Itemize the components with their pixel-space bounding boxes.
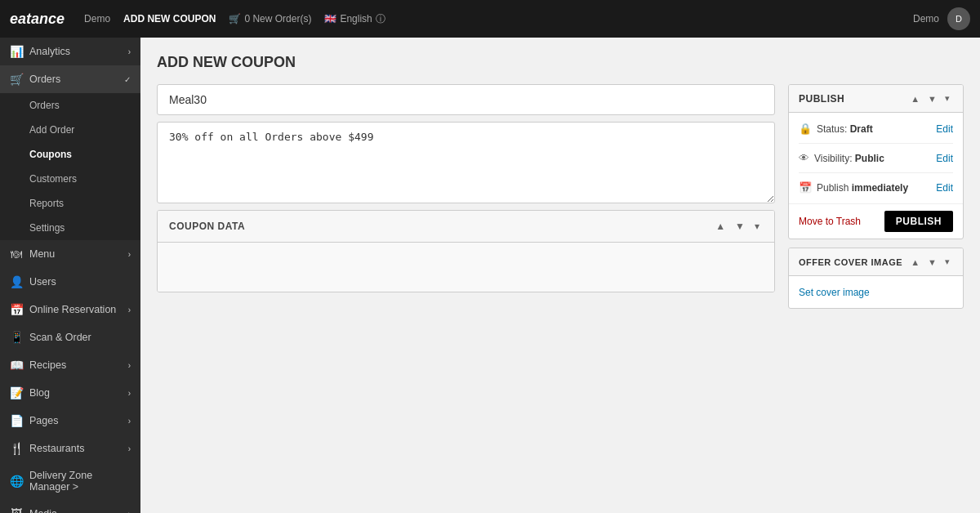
sidebar-item-analytics[interactable]: 📊 Analytics › — [0, 38, 140, 65]
lock-icon: 🔒 — [799, 123, 812, 135]
blog-icon: 📝 — [10, 386, 23, 399]
sidebar-sub-customers[interactable]: Customers — [0, 167, 140, 191]
sidebar-item-media-label: Media — [29, 508, 57, 513]
cart-info: 🛒 0 New Order(s) — [229, 13, 311, 25]
content-grid: 30% off on all Orders above $499 COUPON … — [157, 84, 964, 309]
chevron-right-icon-restaurants: › — [128, 444, 131, 453]
sidebar-item-menu[interactable]: 🍽 Menu › — [0, 240, 140, 268]
sidebar-sub-add-order[interactable]: Add Order — [0, 118, 140, 142]
sidebar-item-users-label: Users — [29, 276, 56, 288]
restaurants-icon: 🍴 — [10, 442, 23, 455]
publish-box: PUBLISH ▲ ▼ ▾ 🔒 Status: Draft Edit — [788, 84, 964, 239]
publish-body: 🔒 Status: Draft Edit 👁 Visibility: Publi… — [789, 113, 963, 203]
nav-demo[interactable]: Demo — [84, 13, 110, 25]
publish-down-btn[interactable]: ▼ — [924, 91, 940, 105]
coupon-data-down-btn[interactable]: ▼ — [732, 219, 748, 234]
coupon-data-up-btn[interactable]: ▲ — [712, 219, 728, 234]
flag-icon: 🇬🇧 — [324, 13, 336, 25]
coupon-data-controls: ▲ ▼ ▾ — [712, 219, 763, 234]
coupon-data-box: COUPON DATA ▲ ▼ ▾ — [157, 210, 775, 292]
main-content: ADD NEW COUPON 30% off on all Orders abo… — [140, 38, 980, 513]
reservation-icon: 📅 — [10, 303, 23, 316]
media-icon: 🖼 — [10, 507, 23, 513]
recipes-icon: 📖 — [10, 359, 23, 372]
sidebar-sub-settings[interactable]: Settings — [0, 216, 140, 240]
offer-image-body: Set cover image — [789, 276, 963, 308]
sidebar-item-delivery-label: Delivery Zone Manager > — [29, 470, 131, 493]
content-right: PUBLISH ▲ ▼ ▾ 🔒 Status: Draft Edit — [788, 84, 964, 309]
offer-cover-toggle-btn[interactable]: ▾ — [942, 255, 953, 269]
publish-header: PUBLISH ▲ ▼ ▾ — [789, 85, 963, 113]
coupon-desc-textarea[interactable]: 30% off on all Orders above $499 — [157, 122, 775, 203]
sidebar-sub-reports[interactable]: Reports — [0, 191, 140, 216]
coupon-data-label: COUPON DATA — [169, 221, 245, 232]
sidebar-item-recipes[interactable]: 📖 Recipes › — [0, 351, 140, 379]
publish-toggle-btn[interactable]: ▾ — [942, 91, 953, 105]
nav-add-coupon[interactable]: ADD NEW COUPON — [123, 13, 216, 25]
sidebar-item-reservation-label: Online Reservation — [29, 304, 116, 315]
chevron-right-icon-recipes: › — [128, 361, 131, 370]
sidebar-item-restaurants-label: Restaurants — [29, 443, 84, 454]
layout: 📊 Analytics › 🛒 Orders ✓ Orders Add Orde… — [0, 38, 980, 513]
chevron-right-icon-menu: › — [128, 250, 131, 259]
publish-title: PUBLISH — [799, 93, 844, 105]
status-edit-link[interactable]: Edit — [936, 123, 953, 135]
sidebar-sub-orders[interactable]: Orders — [0, 93, 140, 118]
chevron-right-icon: › — [128, 47, 131, 56]
set-cover-image-link[interactable]: Set cover image — [799, 287, 870, 298]
publish-date-row: 📅 Publish immediately Edit — [799, 181, 953, 194]
publish-visibility-row: 👁 Visibility: Public Edit — [799, 152, 953, 164]
visibility-icon: 👁 — [799, 152, 809, 164]
offer-cover-down-btn[interactable]: ▼ — [924, 255, 940, 269]
cart-icon: 🛒 — [229, 13, 241, 25]
sidebar-item-blog[interactable]: 📝 Blog › — [0, 379, 140, 407]
sidebar-item-online-reservation[interactable]: 📅 Online Reservation › — [0, 296, 140, 323]
publish-button[interactable]: PUBLISH — [884, 211, 953, 232]
offer-cover-title: OFFER COVER IMAGE — [799, 257, 902, 267]
sidebar-item-media[interactable]: 🖼 Media › — [0, 500, 140, 513]
cart-label: 0 New Order(s) — [244, 13, 311, 25]
users-icon: 👤 — [10, 275, 23, 288]
chevron-right-icon-blog: › — [128, 389, 131, 398]
offer-cover-up-btn[interactable]: ▲ — [907, 255, 923, 269]
sidebar-item-pages-label: Pages — [29, 415, 58, 426]
sidebar-item-restaurants[interactable]: 🍴 Restaurants › — [0, 435, 140, 462]
orders-icon: 🛒 — [10, 73, 23, 86]
language-selector[interactable]: 🇬🇧 English ⓘ — [324, 12, 385, 26]
sidebar-item-analytics-label: Analytics — [29, 46, 70, 57]
publish-date-edit-link[interactable]: Edit — [936, 182, 953, 194]
avatar[interactable]: D — [947, 7, 970, 30]
chevron-right-icon-media: › — [128, 510, 131, 514]
sidebar-item-orders[interactable]: 🛒 Orders ✓ — [0, 65, 140, 93]
status-label: Status: Draft — [817, 123, 873, 135]
coupon-data-toggle-btn[interactable]: ▾ — [751, 219, 763, 234]
sidebar-item-scan-order[interactable]: 📱 Scan & Order — [0, 323, 140, 351]
publish-divider-2 — [799, 172, 953, 173]
coupon-data-body — [158, 243, 774, 292]
chevron-right-icon-pages: › — [128, 417, 131, 426]
scan-icon: 📱 — [10, 331, 23, 344]
chevron-right-icon-reservation: › — [128, 306, 131, 314]
offer-cover-image-header: OFFER COVER IMAGE ▲ ▼ ▾ — [789, 248, 963, 276]
calendar-icon: 📅 — [799, 181, 812, 194]
sidebar-item-menu-label: Menu — [29, 248, 55, 260]
topnav: eatance Demo ADD NEW COUPON 🛒 0 New Orde… — [0, 0, 980, 38]
sidebar-sub-coupons[interactable]: Coupons — [0, 142, 140, 167]
sidebar-item-scan-label: Scan & Order — [29, 332, 91, 343]
content-left: 30% off on all Orders above $499 COUPON … — [157, 84, 775, 292]
visibility-edit-link[interactable]: Edit — [936, 153, 953, 164]
orders-submenu: Orders Add Order Coupons Customers Repor… — [0, 93, 140, 240]
coupon-name-input[interactable] — [157, 84, 775, 115]
move-to-trash-link[interactable]: Move to Trash — [799, 216, 861, 227]
sidebar-item-delivery-zone[interactable]: 🌐 Delivery Zone Manager > — [0, 462, 140, 500]
offer-cover-controls: ▲ ▼ ▾ — [907, 255, 953, 269]
publish-footer: Move to Trash PUBLISH — [789, 203, 963, 239]
publish-up-btn[interactable]: ▲ — [907, 91, 923, 105]
publish-status-row: 🔒 Status: Draft Edit — [799, 123, 953, 135]
topnav-right: Demo D — [913, 7, 970, 30]
logo: eatance — [10, 11, 65, 28]
sidebar-item-users[interactable]: 👤 Users — [0, 268, 140, 296]
sidebar-item-pages[interactable]: 📄 Pages › — [0, 407, 140, 435]
sidebar: 📊 Analytics › 🛒 Orders ✓ Orders Add Orde… — [0, 38, 140, 513]
sidebar-item-recipes-label: Recipes — [29, 359, 66, 371]
